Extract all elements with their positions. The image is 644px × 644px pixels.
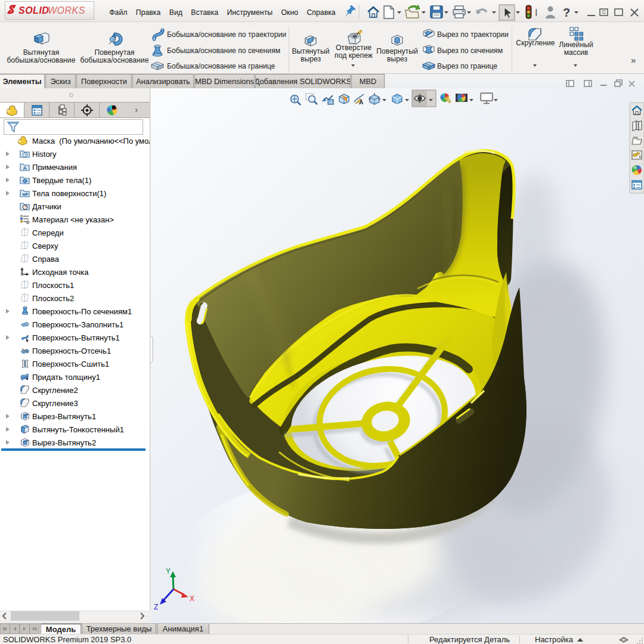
svg-text:A: A (23, 165, 27, 171)
svg-text:I: I (535, 8, 537, 18)
svg-text:Z: Z (154, 603, 158, 611)
svg-text:A: A (359, 99, 363, 106)
svg-text:SOLID: SOLID (18, 5, 49, 16)
svg-text:Y: Y (166, 567, 171, 575)
svg-text:WORKS: WORKS (48, 5, 85, 16)
svg-text:?: ? (563, 6, 570, 19)
svg-text:X: X (190, 595, 194, 603)
